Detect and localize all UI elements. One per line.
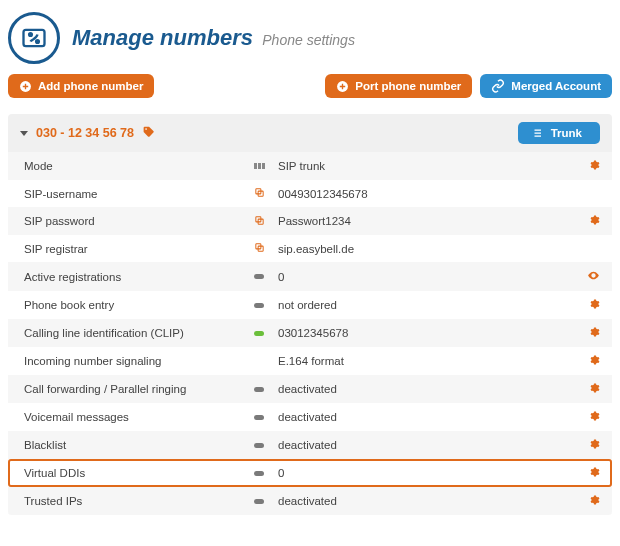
setting-row: Phone book entrynot ordered	[8, 291, 612, 319]
add-phone-label: Add phone number	[38, 80, 143, 92]
setting-value: deactivated	[278, 411, 578, 423]
tag-icon[interactable]	[142, 125, 155, 141]
setting-row: SIP registrarsip.easybell.de	[8, 235, 612, 262]
settings-gear-icon[interactable]	[588, 159, 600, 173]
page-subtitle: Phone settings	[262, 32, 355, 48]
page-title: Manage numbers	[72, 25, 253, 50]
setting-label: Virtual DDIs	[24, 467, 254, 479]
setting-value: deactivated	[278, 439, 578, 451]
action-bar: Add phone number Port phone number Merge…	[8, 74, 612, 98]
status-pill-icon	[254, 274, 264, 279]
settings-panel: 030 - 12 34 56 78 Trunk ModeSIP trunkSIP…	[8, 114, 612, 515]
svg-point-1	[29, 33, 32, 36]
caret-down-icon[interactable]	[20, 131, 28, 136]
settings-gear-icon[interactable]	[588, 382, 600, 396]
merged-account-label: Merged Account	[511, 80, 601, 92]
trunk-label: Trunk	[551, 127, 582, 139]
setting-label: Incoming number signaling	[24, 355, 254, 367]
port-phone-button[interactable]: Port phone number	[325, 74, 472, 98]
svg-point-5	[145, 128, 147, 130]
grid-icon	[254, 163, 265, 170]
status-pill-icon	[254, 415, 264, 420]
settings-gear-icon[interactable]	[588, 298, 600, 312]
setting-label: SIP password	[24, 215, 254, 227]
phone-number[interactable]: 030 - 12 34 56 78	[36, 126, 134, 140]
status-pill-icon	[254, 303, 264, 308]
setting-row: Active registrations0	[8, 262, 612, 291]
setting-value: Passwort1234	[278, 215, 578, 227]
setting-row: Incoming number signalingE.164 format	[8, 347, 612, 375]
setting-value: sip.easybell.de	[278, 243, 578, 255]
add-phone-button[interactable]: Add phone number	[8, 74, 154, 98]
setting-row: Voicemail messagesdeactivated	[8, 403, 612, 431]
setting-value: E.164 format	[278, 355, 578, 367]
settings-gear-icon[interactable]	[588, 214, 600, 228]
setting-label: Mode	[24, 160, 254, 172]
setting-row: SIP-username00493012345678	[8, 180, 612, 207]
setting-row: Trusted IPsdeactivated	[8, 487, 612, 515]
setting-label: Call forwarding / Parallel ringing	[24, 383, 254, 395]
settings-gear-icon[interactable]	[588, 466, 600, 480]
setting-value: 0	[278, 467, 578, 479]
setting-label: Phone book entry	[24, 299, 254, 311]
setting-row: Virtual DDIs0	[8, 459, 612, 487]
view-eye-icon[interactable]	[587, 269, 600, 284]
setting-label: Trusted IPs	[24, 495, 254, 507]
setting-row: SIP passwordPasswort1234	[8, 207, 612, 235]
list-icon	[530, 127, 543, 139]
setting-value: 00493012345678	[278, 188, 578, 200]
setting-label: Blacklist	[24, 439, 254, 451]
setting-label: SIP-username	[24, 188, 254, 200]
settings-rows: ModeSIP trunkSIP-username00493012345678S…	[8, 152, 612, 515]
settings-gear-icon[interactable]	[588, 438, 600, 452]
page-header: Manage numbers Phone settings	[8, 12, 612, 64]
status-pill-icon	[254, 331, 264, 336]
setting-row: Calling line identification (CLIP)030123…	[8, 319, 612, 347]
plus-circle-icon	[19, 80, 32, 93]
setting-row: ModeSIP trunk	[8, 152, 612, 180]
setting-value: deactivated	[278, 383, 578, 395]
status-pill-icon	[254, 443, 264, 448]
app-logo	[8, 12, 60, 64]
port-phone-label: Port phone number	[355, 80, 461, 92]
setting-value: SIP trunk	[278, 160, 578, 172]
settings-gear-icon[interactable]	[588, 410, 600, 424]
settings-gear-icon[interactable]	[588, 354, 600, 368]
status-pill-icon	[254, 387, 264, 392]
setting-value: 03012345678	[278, 327, 578, 339]
panel-header: 030 - 12 34 56 78 Trunk	[8, 114, 612, 152]
setting-value: not ordered	[278, 299, 578, 311]
setting-label: SIP registrar	[24, 243, 254, 255]
setting-row: Call forwarding / Parallel ringingdeacti…	[8, 375, 612, 403]
copy-icon[interactable]	[254, 215, 265, 228]
status-pill-icon	[254, 499, 264, 504]
status-pill-icon	[254, 471, 264, 476]
link-icon	[491, 79, 505, 93]
trunk-button[interactable]: Trunk	[518, 122, 600, 144]
svg-point-2	[36, 40, 39, 43]
setting-value: 0	[278, 271, 578, 283]
settings-gear-icon[interactable]	[588, 326, 600, 340]
copy-icon[interactable]	[254, 242, 265, 255]
setting-value: deactivated	[278, 495, 578, 507]
setting-label: Active registrations	[24, 271, 254, 283]
setting-row: Blacklistdeactivated	[8, 431, 612, 459]
copy-icon[interactable]	[254, 187, 265, 200]
merged-account-button[interactable]: Merged Account	[480, 74, 612, 98]
settings-gear-icon[interactable]	[588, 494, 600, 508]
setting-label: Voicemail messages	[24, 411, 254, 423]
plus-circle-icon	[336, 80, 349, 93]
setting-label: Calling line identification (CLIP)	[24, 327, 254, 339]
